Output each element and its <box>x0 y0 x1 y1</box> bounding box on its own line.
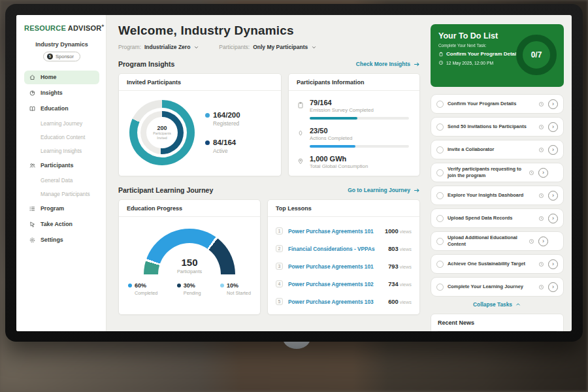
chevron-right-button[interactable]: › <box>548 191 558 201</box>
clock-icon <box>538 193 544 199</box>
donut-center: 200 Participants Invited <box>146 117 178 148</box>
task-row-confirm-program[interactable]: Confirm Your Program Details › <box>431 94 564 114</box>
program-select[interactable]: Program: Industrialize Zero <box>118 44 199 50</box>
task-checkbox[interactable] <box>436 101 444 108</box>
chevron-right-button[interactable]: › <box>548 282 558 292</box>
sidebar-item-take-action[interactable]: Take Action <box>24 218 99 231</box>
task-row-send-invitations[interactable]: Send 50 Invitations to Participants › <box>431 117 564 137</box>
sidebar-item-label: Home <box>41 74 56 80</box>
todo-progress-ring: 0/7 <box>516 35 557 75</box>
sidebar-item-education-content[interactable]: Education Content <box>24 131 99 144</box>
invited-count: 200 <box>157 125 167 131</box>
task-row-achieve-target[interactable]: Achieve One Sustainability Target › <box>431 254 564 274</box>
sponsor-badge[interactable]: $ Sponsor <box>43 52 80 61</box>
participants-select[interactable]: Participants: Only My Participants <box>219 44 317 50</box>
go-to-learning-journey-link[interactable]: Go to Learning Journey <box>348 187 420 194</box>
sidebar-item-participants[interactable]: Participants <box>24 159 99 172</box>
collapse-tasks-link[interactable]: Collapse Tasks <box>431 301 564 308</box>
task-checkbox[interactable] <box>436 261 444 268</box>
lesson-row: 3 Power Purchase Agreements 101 793 view… <box>276 257 412 275</box>
sidebar-item-insights[interactable]: Insights <box>24 86 99 100</box>
emission-progress-bar <box>310 117 409 120</box>
divider <box>438 331 557 331</box>
check-more-insights-label: Check More Insights <box>356 61 410 67</box>
actions-progress-bar <box>310 145 409 148</box>
sidebar-item-label: Education <box>41 105 69 112</box>
filters-row: Program: Industrialize Zero Participants… <box>118 44 420 50</box>
sidebar-item-learning-journey[interactable]: Learning Journey <box>24 118 99 130</box>
lesson-row: 5 Power Purchase Agreements 103 600 view… <box>276 293 412 310</box>
lesson-link[interactable]: Power Purchase Agreements 101 <box>288 263 383 270</box>
book-icon <box>29 105 36 112</box>
chevron-right-button[interactable]: › <box>548 145 558 155</box>
participants-information-title: Participants Information <box>289 74 419 91</box>
insights-cards-row: Invited Participants 200 Participants In… <box>118 73 420 176</box>
sidebar-item-settings[interactable]: Settings <box>24 233 99 247</box>
sidebar-item-home[interactable]: Home <box>24 71 99 84</box>
education-gauge-chart: 150 Participants <box>144 229 235 274</box>
list-icon <box>29 205 36 212</box>
home-icon <box>29 74 36 81</box>
journey-cards-row: Education Progress 150 Participants 60% <box>118 199 420 315</box>
top-lessons-title: Top Lessons <box>268 200 419 217</box>
task-checkbox[interactable] <box>436 192 444 199</box>
active-dot-icon <box>205 140 210 145</box>
clipboard-icon <box>438 52 444 57</box>
sidebar-item-label: Insights <box>41 90 63 96</box>
chevron-right-button[interactable]: › <box>548 122 558 132</box>
education-progress-title: Education Progress <box>119 200 260 217</box>
sidebar-item-manage-participants[interactable]: Manage Participants <box>24 188 99 201</box>
check-more-insights-link[interactable]: Check More Insights <box>356 61 420 68</box>
lesson-link[interactable]: Financial Considerations - VPPAs <box>288 246 383 252</box>
invited-participants-card: Invited Participants 200 Participants In… <box>118 73 282 176</box>
clock-icon <box>438 60 444 65</box>
lesson-link[interactable]: Power Purchase Agreements 101 <box>288 228 380 235</box>
chevron-right-button[interactable]: › <box>538 237 548 246</box>
legend-active: 84/164 Active <box>205 139 240 154</box>
stat-consumption: 1,000 GWh Total Global Consumption <box>297 155 409 169</box>
task-checkbox[interactable] <box>436 238 444 245</box>
clock-icon <box>538 101 544 107</box>
task-row-explore-insights[interactable]: Explore Your Insights Dashboard › <box>431 186 564 205</box>
task-row-verify-participants[interactable]: Verify participants requesting to join t… <box>431 163 564 182</box>
sidebar-item-learning-insights[interactable]: Learning Insights <box>24 145 99 157</box>
chevron-right-button[interactable]: › <box>538 168 548 178</box>
lesson-link[interactable]: Power Purchase Agreements 102 <box>288 281 383 287</box>
sponsor-badge-label: Sponsor <box>56 54 74 59</box>
lesson-row: 1 Power Purchase Agreements 101 1000 vie… <box>276 222 412 240</box>
sidebar-item-general-data[interactable]: General Data <box>24 174 99 187</box>
sidebar-item-education[interactable]: Education <box>24 102 99 116</box>
page-title: Welcome, Industry Dynamics <box>118 24 420 38</box>
chevron-right-button[interactable]: › <box>548 214 558 223</box>
education-progress-card: Education Progress 150 Participants 60% <box>118 199 261 315</box>
dashboard-screen: RESOURCE ADVISOR+ Industry Dynamics $ Sp… <box>16 15 572 331</box>
chevron-right-button[interactable]: › <box>548 259 558 269</box>
task-checkbox[interactable] <box>436 215 444 222</box>
task-checkbox[interactable] <box>436 284 444 291</box>
top-lessons-card: Top Lessons 1 Power Purchase Agreements … <box>267 199 420 315</box>
main-content: Welcome, Industry Dynamics Program: Indu… <box>106 15 427 331</box>
lesson-link[interactable]: Power Purchase Agreements 103 <box>288 299 383 305</box>
task-checkbox[interactable] <box>436 169 444 176</box>
todo-counter: 0/7 <box>531 50 542 59</box>
chevron-right-button[interactable]: › <box>548 99 558 109</box>
sidebar: RESOURCE ADVISOR+ Industry Dynamics $ Sp… <box>16 15 106 331</box>
people-icon <box>29 162 36 169</box>
insights-icon <box>29 90 36 97</box>
learning-journey-header: Participant Learning Journey Go to Learn… <box>118 186 420 194</box>
sidebar-item-program[interactable]: Program <box>24 202 99 216</box>
gauge-center: 150 Participants <box>144 257 235 274</box>
task-checkbox[interactable] <box>436 146 444 154</box>
education-legend: 60% Completed 30% Pending 10% Not Starte… <box>127 282 252 296</box>
participants-label: Participants: <box>219 44 250 50</box>
registered-dot-icon <box>205 113 210 118</box>
task-checkbox[interactable] <box>436 123 444 131</box>
task-row-complete-learning-journey[interactable]: Complete Your Learning Journey › <box>431 277 564 297</box>
participants-information-card: Participants Information 79/164 Emission… <box>288 73 420 176</box>
program-label: Program: <box>118 44 141 50</box>
task-row-upload-spend-data[interactable]: Upload Spend Data Records › <box>431 208 564 228</box>
learning-journey-title: Participant Learning Journey <box>118 186 213 194</box>
task-row-invite-collaborator[interactable]: Invite a Collaborator › <box>431 140 564 159</box>
task-row-upload-educational-content[interactable]: Upload Additional Educational Content › <box>431 231 564 251</box>
program-insights-header: Program Insights Check More Insights <box>118 60 420 68</box>
